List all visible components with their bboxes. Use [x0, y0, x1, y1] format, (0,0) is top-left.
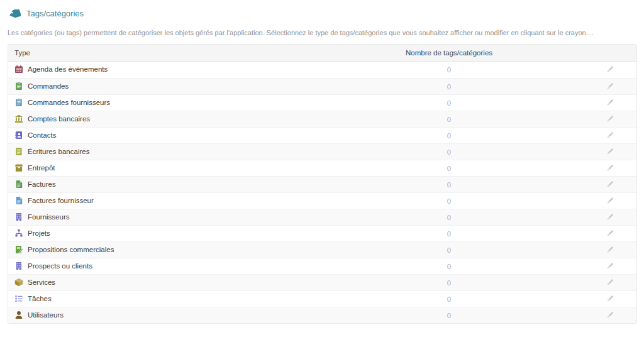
count-value: 0: [314, 258, 584, 274]
edit-cell: [584, 258, 636, 274]
count-value: 0: [314, 143, 584, 160]
address-book-icon: [14, 131, 23, 140]
pencil-icon[interactable]: [606, 196, 614, 205]
pencil-icon[interactable]: [606, 147, 614, 156]
edit-cell: [584, 225, 636, 241]
type-cell: Commandes fournisseurs: [8, 94, 314, 111]
count-value: 0: [314, 62, 584, 78]
type-cell: Comptes bancaires: [8, 111, 314, 127]
pencil-icon[interactable]: [606, 82, 614, 91]
type-label: Factures fournisseur: [28, 197, 94, 204]
type-cell: Services: [8, 274, 314, 290]
pencil-icon[interactable]: [606, 212, 614, 221]
pencil-icon[interactable]: [606, 278, 614, 287]
page: Tags/catégories Les catégories (ou tags)…: [0, 0, 644, 324]
tags-categories-table: Type Nombre de tags/catégories Agenda de…: [8, 44, 637, 324]
table-row: Fournisseurs0: [8, 209, 636, 225]
count-value: 0: [314, 290, 584, 307]
user-icon: [14, 311, 23, 319]
table-row: Comptes bancaires0: [8, 111, 636, 127]
table-row: Agenda des événements0: [8, 62, 636, 78]
table-row: Services0: [8, 274, 636, 290]
edit-cell: [584, 241, 636, 258]
page-title-row: Tags/catégories: [8, 6, 637, 18]
count-value: 0: [314, 127, 584, 143]
type-cell: Prospects ou clients: [8, 258, 314, 274]
ledger-icon: [14, 147, 23, 156]
edit-cell: [584, 176, 636, 192]
table-row: Factures fournisseur0: [8, 192, 636, 209]
type-cell: Fournisseurs: [8, 209, 314, 225]
type-label: Commandes: [28, 82, 69, 90]
type-label: Utilisateurs: [28, 311, 64, 319]
edit-cell: [584, 127, 636, 143]
count-value: 0: [314, 274, 584, 290]
type-label: Agenda des événements: [28, 65, 108, 73]
pencil-icon[interactable]: [606, 262, 614, 270]
count-value: 0: [314, 94, 584, 111]
type-cell: Commandes: [8, 78, 314, 94]
type-label: Entrepôt: [28, 164, 55, 172]
type-cell: Projets: [8, 225, 314, 241]
table-row: Propositions commerciales0: [8, 241, 636, 258]
pencil-icon[interactable]: [606, 114, 614, 123]
tag-icon: [9, 9, 21, 18]
invoice-icon: [14, 180, 23, 189]
page-title: Tags/catégories: [26, 9, 84, 18]
sitemap-icon: [14, 229, 23, 238]
type-label: Tâches: [28, 295, 52, 302]
pencil-icon[interactable]: [606, 180, 614, 189]
count-value: 0: [314, 307, 584, 323]
column-header-edit: [584, 45, 636, 62]
building-icon: [14, 212, 23, 221]
bank-icon: [14, 114, 23, 123]
page-description: Les catégories (ou tags) permettent de c…: [8, 29, 637, 36]
pencil-icon[interactable]: [606, 65, 614, 74]
pencil-icon[interactable]: [606, 229, 614, 238]
table-row: Écritures bancaires0: [8, 143, 636, 160]
count-value: 0: [314, 176, 584, 192]
pencil-icon[interactable]: [606, 294, 614, 303]
table-row: Utilisateurs0: [8, 307, 636, 323]
supplier-order-icon: [14, 98, 23, 107]
type-cell: Propositions commerciales: [8, 241, 314, 258]
type-cell: Écritures bancaires: [8, 143, 314, 160]
type-label: Services: [28, 279, 55, 286]
table-row: Contacts0: [8, 127, 636, 143]
edit-cell: [584, 307, 636, 323]
count-value: 0: [314, 160, 584, 176]
edit-cell: [584, 192, 636, 209]
cube-icon: [14, 278, 23, 287]
pencil-icon[interactable]: [606, 98, 614, 107]
column-header-count: Nombre de tags/catégories: [314, 45, 584, 62]
file-signature-icon: [14, 245, 23, 254]
pencil-icon[interactable]: [606, 311, 614, 319]
count-value: 0: [314, 111, 584, 127]
edit-cell: [584, 274, 636, 290]
type-label: Projets: [28, 229, 50, 237]
pencil-icon[interactable]: [606, 245, 614, 254]
edit-cell: [584, 94, 636, 111]
type-cell: Utilisateurs: [8, 307, 314, 323]
task-list-icon: [14, 294, 23, 303]
table-row: Tâches0: [8, 290, 636, 307]
type-cell: Factures: [8, 176, 314, 192]
edit-cell: [584, 160, 636, 176]
type-label: Contacts: [28, 131, 56, 139]
count-value: 0: [314, 78, 584, 94]
table-row: Projets0: [8, 225, 636, 241]
type-label: Fournisseurs: [28, 213, 69, 221]
edit-cell: [584, 290, 636, 307]
building-icon: [14, 262, 23, 270]
pencil-icon[interactable]: [606, 163, 614, 172]
type-label: Écritures bancaires: [28, 148, 89, 155]
pencil-icon[interactable]: [606, 131, 614, 140]
order-icon: [14, 82, 23, 91]
type-label: Comptes bancaires: [28, 115, 90, 123]
edit-cell: [584, 78, 636, 94]
type-label: Propositions commerciales: [28, 246, 114, 253]
count-value: 0: [314, 209, 584, 225]
table-row: Entrepôt0: [8, 160, 636, 176]
type-cell: Factures fournisseur: [8, 192, 314, 209]
edit-cell: [584, 62, 636, 78]
